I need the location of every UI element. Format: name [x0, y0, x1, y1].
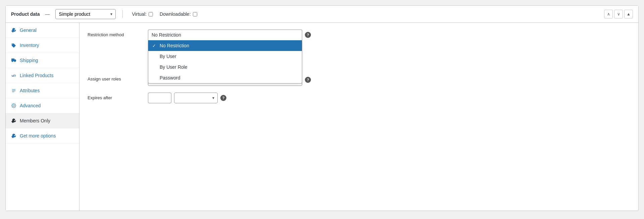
sidebar-general-label: General: [20, 28, 37, 33]
restriction-dropdown-trigger[interactable]: No Restriction: [148, 30, 302, 40]
restriction-method-label: Restriction method: [88, 30, 148, 37]
plus-icon: [11, 133, 16, 139]
expires-after-label: Expires after: [88, 93, 148, 100]
virtual-checkbox-group: Virtual:: [132, 11, 153, 17]
sidebar-advanced-label: Advanced: [20, 103, 41, 108]
sidebar-item-members-only[interactable]: Members Only: [6, 113, 79, 128]
product-data-panel: Product data — Simple product Virtual: D…: [5, 5, 639, 211]
panel-up-button[interactable]: ∧: [604, 10, 613, 18]
panel-collapse-button[interactable]: ▲: [624, 10, 633, 18]
sidebar-shipping-label: Shipping: [20, 58, 38, 63]
sidebar-item-general[interactable]: General: [6, 23, 79, 38]
restriction-selected-value: No Restriction: [152, 32, 181, 38]
sidebar-linked-label: Linked Products: [20, 73, 53, 78]
downloadable-checkbox[interactable]: [193, 12, 197, 16]
option-by-user-label: By User: [160, 54, 176, 59]
option-by-user-role-label: By User Role: [160, 64, 187, 70]
checkmark-no-restriction: ✓: [152, 43, 157, 48]
panel-down-button[interactable]: ∨: [614, 10, 623, 18]
restriction-dropdown-list: ✓ No Restriction By User By User Role: [148, 40, 302, 84]
sidebar-members-label: Members Only: [20, 118, 50, 123]
sidebar-item-shipping[interactable]: Shipping: [6, 53, 79, 68]
panel-controls: ∧ ∨ ▲: [604, 10, 633, 18]
expires-after-control: ?: [148, 93, 630, 103]
expires-unit-wrapper: [174, 93, 218, 103]
dropdown-option-by-user-role[interactable]: By User Role: [148, 62, 302, 72]
option-no-restriction-label: No Restriction: [160, 43, 189, 48]
sidebar: General Inventory Shipping Linked Produc…: [6, 23, 79, 211]
assign-user-roles-label: Assign user roles: [88, 74, 148, 81]
list-icon: [11, 88, 16, 93]
checkmark-password: [152, 75, 157, 80]
members-icon: [11, 118, 16, 123]
dropdown-option-no-restriction[interactable]: ✓ No Restriction: [148, 40, 302, 51]
sidebar-item-inventory[interactable]: Inventory: [6, 38, 79, 53]
restriction-method-control: No Restriction ✓ No Restriction By User: [148, 30, 630, 40]
sidebar-item-advanced[interactable]: Advanced: [6, 98, 79, 113]
product-type-wrapper: Simple product: [55, 9, 116, 19]
expires-after-row: Expires after ?: [88, 93, 630, 103]
virtual-checkbox[interactable]: [149, 12, 153, 16]
expires-unit-select[interactable]: [174, 93, 218, 103]
tag-icon: [11, 43, 16, 48]
sidebar-attributes-label: Attributes: [20, 88, 40, 93]
expires-help-icon[interactable]: ?: [220, 95, 226, 101]
expires-number-input[interactable]: [148, 93, 171, 103]
virtual-label: Virtual:: [132, 11, 147, 17]
sidebar-get-more-label: Get more options: [20, 133, 56, 139]
panel-body: General Inventory Shipping Linked Produc…: [6, 23, 638, 211]
content-area: Restriction method No Restriction ✓ No R…: [79, 23, 638, 211]
sidebar-item-attributes[interactable]: Attributes: [6, 83, 79, 98]
sidebar-item-get-more[interactable]: Get more options: [6, 128, 79, 144]
gear-icon: [11, 103, 16, 108]
restriction-dropdown-container: No Restriction ✓ No Restriction By User: [148, 30, 302, 40]
assign-roles-help-icon[interactable]: ?: [305, 77, 311, 83]
wrench-icon: [11, 28, 16, 33]
product-type-select[interactable]: Simple product: [55, 9, 116, 19]
checkmark-by-user: [152, 54, 157, 59]
restriction-method-row: Restriction method No Restriction ✓ No R…: [88, 30, 630, 40]
option-password-label: Password: [160, 75, 180, 80]
sidebar-item-linked-products[interactable]: Linked Products: [6, 68, 79, 83]
dropdown-option-password[interactable]: Password: [148, 72, 302, 83]
sidebar-inventory-label: Inventory: [20, 43, 39, 48]
restriction-help-icon[interactable]: ?: [305, 32, 311, 38]
panel-header: Product data — Simple product Virtual: D…: [6, 6, 638, 23]
downloadable-label: Downloadable:: [160, 11, 191, 17]
header-divider: [122, 10, 123, 18]
truck-icon: [11, 58, 16, 63]
checkmark-by-user-role: [152, 65, 157, 70]
dropdown-option-by-user[interactable]: By User: [148, 51, 302, 62]
title-separator: —: [45, 11, 50, 17]
panel-title: Product data: [11, 11, 40, 17]
link-icon: [11, 73, 16, 78]
downloadable-checkbox-group: Downloadable:: [160, 11, 197, 17]
